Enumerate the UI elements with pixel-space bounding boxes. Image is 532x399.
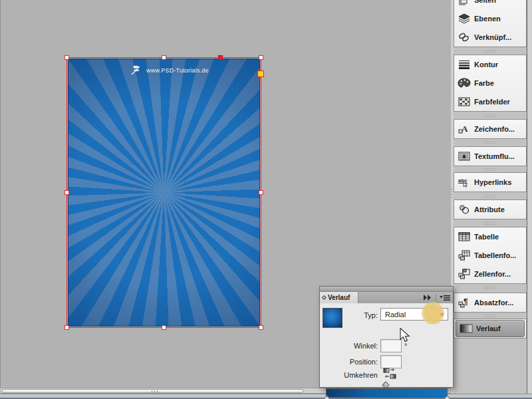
handle-top-right[interactable] (259, 55, 263, 60)
layers-icon (454, 13, 474, 24)
dock-grip[interactable] (483, 168, 497, 171)
sidebar-item-label: Farbe (474, 79, 494, 87)
handle-middle-left[interactable] (65, 190, 69, 195)
sunburst-graphic[interactable] (68, 59, 260, 327)
sidebar-item-label: Absatzfor... (474, 299, 513, 307)
sidebar-item-zeichenformate[interactable]: A Zeichenfo... (454, 120, 526, 138)
handle-bottom-center[interactable] (162, 325, 166, 330)
sidebar-item-label: Seiten (474, 0, 496, 4)
header-separator (436, 294, 436, 301)
character-styles-icon: A (454, 124, 474, 134)
window-right-frame (527, 0, 532, 394)
dock-group-3: A Zeichenfo... (454, 119, 527, 139)
position-input[interactable] (380, 355, 402, 368)
angle-label: Winkel: (320, 342, 378, 350)
scrollbar-grip (152, 390, 160, 393)
logo-text: www.PSD-Tutorials.de (146, 67, 209, 74)
live-corner-widget[interactable] (257, 70, 264, 77)
dock-grip[interactable] (483, 140, 497, 144)
panel-drag-bar[interactable] (320, 287, 453, 292)
sidebar-item-kontur[interactable]: Kontur (454, 55, 526, 74)
reverse-icon[interactable] (383, 368, 396, 379)
dock-group-9: Verlauf (454, 319, 527, 338)
sidebar-item-label: Tabellenfo... (474, 251, 516, 259)
position-label: Position: (320, 358, 378, 366)
dock-grip[interactable] (483, 49, 497, 53)
type-label: Typ: (320, 311, 378, 319)
dock-group-6: Attribute (454, 200, 527, 219)
dock-group-1: Seiten Ebenen Verknüpf... (454, 0, 527, 47)
sidebar-item-label: Farbfelder (474, 98, 510, 106)
panel-content: Typ: Radial Winkel: ° Position: Umkehren (320, 303, 453, 387)
dock-grip[interactable] (483, 194, 497, 198)
sidebar-item-tabellenformate[interactable]: Tabellenfo... (454, 246, 526, 265)
scrollbar-thumb[interactable] (2, 389, 303, 393)
document-page[interactable]: www.PSD-Tutorials.de (68, 59, 260, 327)
pages-icon (454, 0, 474, 5)
dock-group-5: abc Hyperlinks (454, 172, 527, 192)
panel-collapse-icon (322, 295, 327, 300)
handle-top-center[interactable] (162, 55, 166, 60)
sidebar-item-absatzformate[interactable]: ¶ Absatzfor... (454, 293, 526, 312)
sidebar-item-zellenformate[interactable]: Zellenfor... (454, 265, 526, 283)
sidebar-item-tabelle[interactable]: Tabelle (454, 227, 526, 246)
gradient-midpoint-marker[interactable] (382, 381, 389, 388)
panel-dock: Seiten Ebenen Verknüpf... Kontur (454, 0, 527, 394)
dock-grip[interactable] (483, 221, 497, 225)
panel-title: Verlauf (328, 294, 350, 301)
sidebar-item-label: Zellenfor... (474, 270, 511, 278)
angle-input[interactable] (380, 339, 402, 352)
gradient-icon (456, 324, 476, 333)
sidebar-item-label: Zeichenfo... (474, 125, 515, 133)
collapse-panel-icon[interactable] (423, 295, 432, 301)
sidebar-item-label: Verknüpf... (474, 33, 511, 41)
handle-middle-right[interactable] (259, 190, 263, 195)
sidebar-item-farbe[interactable]: Farbe (454, 74, 526, 92)
logo: www.PSD-Tutorials.de (129, 64, 209, 77)
type-dropdown[interactable]: Radial (380, 308, 448, 321)
sidebar-item-ebenen[interactable]: Ebenen (454, 9, 526, 28)
sidebar-item-label: Tabelle (474, 233, 499, 241)
butterfly-logo-icon (129, 64, 144, 77)
panel-tab-bar: Verlauf (320, 292, 453, 303)
dock-group-4: Textumflu... (454, 146, 527, 166)
sidebar-item-label: Textumflu... (474, 152, 515, 160)
sidebar-item-label: Hyperlinks (474, 178, 511, 186)
sidebar-item-attribute[interactable]: Attribute (454, 200, 526, 219)
attributes-icon (454, 204, 474, 215)
hyperlinks-icon: abc (454, 177, 474, 188)
dock-group-8: ¶ Absatzfor... (454, 293, 527, 313)
swatches-icon (454, 96, 474, 107)
dock-grip[interactable] (483, 286, 497, 289)
tab-verlauf[interactable]: Verlauf (320, 292, 358, 303)
chevron-down-icon (439, 313, 444, 317)
table-icon (454, 231, 474, 242)
sidebar-item-seiten[interactable]: Seiten (454, 0, 526, 9)
sidebar-item-textumfluss[interactable]: Textumflu... (454, 147, 526, 166)
dock-grip[interactable] (483, 114, 497, 117)
svg-text:abc: abc (458, 178, 467, 184)
sidebar-item-verlauf[interactable]: Verlauf (456, 320, 525, 337)
dock-grip[interactable] (483, 314, 497, 317)
handle-selected-anchor[interactable] (218, 55, 223, 60)
reverse-label: Umkehren (320, 371, 378, 379)
sidebar-item-hyperlinks[interactable]: abc Hyperlinks (454, 173, 526, 192)
text-wrap-icon (454, 151, 474, 162)
color-icon (454, 78, 474, 88)
links-icon (454, 32, 474, 43)
sidebar-item-label: Ebenen (474, 15, 501, 23)
table-styles-icon (454, 250, 474, 261)
sidebar-item-farbfelder[interactable]: Farbfelder (454, 92, 526, 111)
handle-bottom-right[interactable] (259, 325, 263, 330)
handle-top-left[interactable] (65, 55, 69, 60)
paragraph-styles-icon: ¶ (454, 297, 474, 308)
window-bottom-bar (0, 394, 532, 399)
type-value: Radial (385, 311, 406, 319)
sidebar-item-verknuepf[interactable]: Verknüpf... (454, 28, 526, 47)
sidebar-item-label: Attribute (474, 205, 505, 213)
panel-menu-icon[interactable] (440, 295, 450, 301)
dock-splitter-grip (451, 189, 453, 200)
handle-bottom-left[interactable] (65, 325, 69, 330)
gradient-ramp[interactable] (326, 388, 448, 398)
dock-group-7: Tabelle Tabellenfo... Zellenfor... (454, 227, 527, 284)
